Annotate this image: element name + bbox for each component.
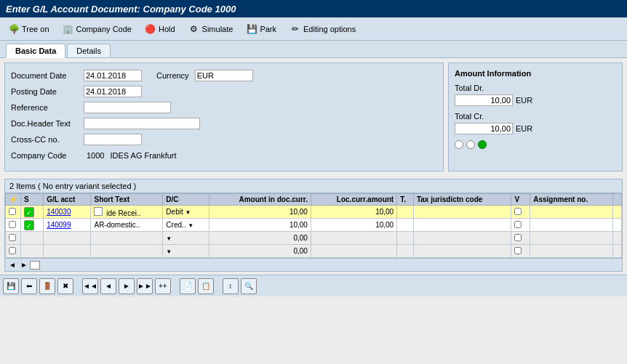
company-code-row: Company Code 1000 IDES AG Frankfurt bbox=[11, 149, 437, 162]
row4-loc-curr bbox=[311, 245, 396, 258]
row2-gl-acct[interactable]: 140099 bbox=[44, 219, 91, 232]
reference-label: Reference bbox=[11, 103, 84, 112]
row2-amount-doc[interactable]: 10,00 bbox=[209, 219, 311, 232]
row1-gl-acct[interactable]: 140030 bbox=[44, 206, 91, 219]
table-row: ✓ 140099 AR-domestic.. Cred.. ▼ 10,00 10… bbox=[6, 219, 622, 232]
btn-prev[interactable]: ◄ bbox=[100, 278, 116, 294]
park-button[interactable]: 💾 Park bbox=[241, 20, 281, 38]
row2-v bbox=[511, 219, 530, 232]
row3-loc-curr bbox=[311, 232, 396, 245]
row4-checkbox[interactable] bbox=[6, 245, 21, 258]
row3-gl-acct[interactable] bbox=[44, 232, 91, 245]
posting-date-input[interactable] bbox=[84, 86, 142, 97]
row3-t bbox=[397, 232, 414, 245]
row1-status: ✓ bbox=[21, 206, 44, 219]
amount-info-title: Amount Information bbox=[455, 69, 616, 78]
simulate-button[interactable]: ⚙ Simulate bbox=[183, 20, 239, 38]
posting-date-label: Posting Date bbox=[11, 87, 84, 96]
items-section: 2 Items ( No entry variant selected ) ⚡ … bbox=[4, 179, 623, 272]
radio-btn-3[interactable] bbox=[478, 140, 487, 149]
doc-header-text-input[interactable] bbox=[84, 118, 200, 129]
table-header-row: ⚡ S G/L acct Short Text D/C Am bbox=[6, 194, 622, 206]
editing-options-label: Editing options bbox=[303, 25, 356, 33]
currency-input[interactable] bbox=[195, 70, 253, 81]
document-date-row: Document Date Currency bbox=[11, 69, 437, 82]
row1-amount-doc[interactable]: 10,00 bbox=[209, 206, 311, 219]
table-row: ▼ 0,00 bbox=[6, 245, 622, 258]
row3-checkbox[interactable] bbox=[6, 232, 21, 245]
document-date-input[interactable] bbox=[84, 70, 142, 81]
row3-status bbox=[21, 232, 44, 245]
total-cr-currency: EUR bbox=[516, 124, 532, 133]
btn-doc[interactable]: 📄 bbox=[180, 278, 196, 294]
nav-right-arrow[interactable]: ► bbox=[18, 261, 30, 269]
cross-cc-no-input[interactable] bbox=[84, 134, 142, 145]
amount-info-panel: Amount Information Total Dr. EUR Total C… bbox=[448, 62, 623, 171]
col-header-short-text: Short Text bbox=[91, 194, 163, 206]
btn-next-page[interactable]: ►► bbox=[137, 278, 153, 294]
row1-v bbox=[511, 206, 530, 219]
main-toolbar: 🌳 Tree on 🏢 Company Code 🔴 Hold ⚙ Simula… bbox=[0, 17, 627, 41]
hold-label: Hold bbox=[159, 25, 175, 33]
tab-details-label: Details bbox=[76, 46, 101, 55]
btn-filter[interactable]: 🔍 bbox=[241, 278, 257, 294]
total-cr-input[interactable] bbox=[455, 123, 513, 134]
row3-dc[interactable]: ▼ bbox=[163, 232, 209, 245]
row3-amount-doc[interactable]: 0,00 bbox=[209, 232, 311, 245]
row4-status bbox=[21, 245, 44, 258]
row2-checkbox[interactable] bbox=[6, 219, 21, 232]
btn-sort[interactable]: ↕ bbox=[223, 278, 239, 294]
currency-label: Currency bbox=[156, 71, 189, 80]
row4-amount-doc[interactable]: 0,00 bbox=[209, 245, 311, 258]
row1-checkbox[interactable] bbox=[6, 206, 21, 219]
items-header: 2 Items ( No entry variant selected ) bbox=[5, 179, 622, 193]
company-code-button[interactable]: 🏢 Company Code bbox=[57, 20, 137, 38]
btn-back[interactable]: ⬅ bbox=[21, 278, 37, 294]
btn-doc2[interactable]: 📋 bbox=[198, 278, 214, 294]
row4-short-text bbox=[91, 245, 163, 258]
row2-status: ✓ bbox=[21, 219, 44, 232]
doc-icon bbox=[94, 207, 103, 216]
tree-on-button[interactable]: 🌳 Tree on bbox=[3, 20, 55, 38]
items-header-text: 2 Items ( No entry variant selected ) bbox=[9, 182, 136, 190]
status-icon: ✓ bbox=[24, 207, 34, 217]
btn-prev-page[interactable]: ◄◄ bbox=[82, 278, 98, 294]
table-nav: ◄ ► bbox=[5, 258, 622, 271]
btn-next[interactable]: ► bbox=[119, 278, 135, 294]
btn-exit[interactable]: 🚪 bbox=[39, 278, 55, 294]
row4-dc[interactable]: ▼ bbox=[163, 245, 209, 258]
posting-date-row: Posting Date bbox=[11, 85, 437, 98]
reference-input[interactable] bbox=[84, 102, 171, 113]
company-code-form-label: Company Code bbox=[11, 151, 84, 160]
hold-icon: 🔴 bbox=[145, 23, 156, 35]
radio-btn-1[interactable] bbox=[455, 140, 463, 149]
row2-dc[interactable]: Cred.. ▼ bbox=[163, 219, 209, 232]
col-amount-doc-label: Amount in doc.curr. bbox=[239, 195, 307, 203]
tab-details[interactable]: Details bbox=[67, 44, 111, 57]
main-content: Document Date Currency Posting Date Refe… bbox=[0, 58, 627, 176]
nav-left-arrow[interactable]: ◄ bbox=[7, 261, 18, 269]
col-header-resize[interactable] bbox=[613, 194, 622, 206]
btn-save[interactable]: 💾 bbox=[3, 278, 19, 294]
row1-dc[interactable]: Debit ▼ bbox=[163, 206, 209, 219]
row1-assignment bbox=[530, 206, 613, 219]
doc-header-text-row: Doc.Header Text bbox=[11, 117, 437, 130]
col-header-dc: D/C bbox=[163, 194, 209, 206]
btn-add-rows[interactable]: ++ bbox=[155, 278, 171, 294]
col-assignment-label: Assignment no. bbox=[533, 195, 588, 203]
col-short-text-label: Short Text bbox=[94, 195, 129, 203]
btn-cancel[interactable]: ✖ bbox=[57, 278, 73, 294]
tab-basic-data-label: Basic Data bbox=[15, 46, 56, 55]
nav-box[interactable] bbox=[30, 261, 40, 270]
simulate-label: Simulate bbox=[202, 25, 233, 33]
total-dr-input[interactable] bbox=[455, 94, 513, 106]
radio-btn-2[interactable] bbox=[466, 140, 475, 149]
bottom-toolbar: 💾 ⬅ 🚪 ✖ ◄◄ ◄ ► ►► ++ 📄 📋 ↕ 🔍 bbox=[0, 275, 627, 296]
tab-basic-data[interactable]: Basic Data bbox=[6, 44, 65, 58]
row4-gl-acct[interactable] bbox=[44, 245, 91, 258]
hold-button[interactable]: 🔴 Hold bbox=[140, 20, 180, 38]
editing-options-button[interactable]: ✏ Editing options bbox=[284, 20, 361, 38]
table-row: ▼ 0,00 bbox=[6, 232, 622, 245]
col-s-label: S bbox=[24, 195, 29, 203]
cross-cc-no-row: Cross-CC no. bbox=[11, 133, 437, 146]
